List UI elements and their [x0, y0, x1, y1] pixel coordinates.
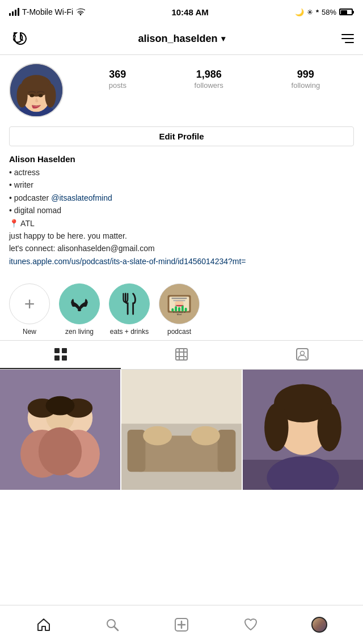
photo-cell-2[interactable] — [121, 370, 242, 490]
svg-text:Mind: Mind — [177, 313, 182, 316]
nav-search[interactable] — [100, 612, 125, 637]
highlight-new-circle: + — [9, 283, 50, 324]
svg-point-55 — [317, 403, 341, 451]
highlight-podcast-label: podcast — [167, 328, 191, 336]
bluetooth-icon: * — [316, 8, 319, 16]
highlight-new-label: New — [23, 328, 36, 336]
tab-bar — [0, 341, 363, 370]
posts-count: 369 — [109, 69, 126, 81]
stats-container: 369 posts 1,986 followers 999 following — [75, 63, 354, 90]
profile-avatar-nav — [311, 617, 327, 633]
nav-activity[interactable] — [238, 612, 263, 637]
heart-icon — [243, 617, 258, 632]
profile-header: 369 posts 1,986 followers 999 following — [9, 63, 354, 117]
username-button[interactable]: alison_haselden ▾ — [138, 33, 225, 45]
bottom-nav — [0, 605, 363, 644]
plus-square-icon — [174, 617, 189, 632]
highlight-eats-label: eats + drinks — [110, 328, 149, 336]
svg-line-59 — [114, 626, 118, 630]
following-stat[interactable]: 999 following — [292, 69, 320, 90]
svg-rect-20 — [173, 300, 185, 301]
grid-icon — [54, 348, 67, 361]
svg-point-43 — [46, 396, 75, 416]
bio-line-2: • writer — [9, 179, 354, 191]
following-label: following — [292, 81, 320, 90]
svg-point-33 — [301, 351, 305, 355]
highlight-zen[interactable]: zen living — [59, 283, 100, 336]
nav-home[interactable] — [31, 612, 56, 637]
history-button[interactable] — [9, 27, 32, 50]
svg-rect-47 — [218, 430, 236, 472]
svg-rect-30 — [179, 349, 180, 360]
bio-email: let's connect: alisonhaselden@gmail.com — [9, 242, 354, 255]
followers-count: 1,986 — [195, 69, 223, 81]
tagged-icon — [296, 348, 309, 361]
chevron-down-icon: ▾ — [221, 34, 225, 43]
highlights-section: + New zen living eat — [0, 277, 363, 341]
svg-rect-26 — [62, 355, 67, 361]
top-nav: alison_haselden ▾ — [0, 23, 363, 55]
bio-line-4: • digital nomad — [9, 204, 354, 217]
status-left: T-Mobile Wi-Fi — [9, 7, 85, 16]
podcast-url-link[interactable]: itunes.apple.com/us/podcast/its-a-slate-… — [9, 257, 246, 266]
followers-stat[interactable]: 1,986 followers — [195, 69, 223, 90]
bio-line-3: • podcaster @itsaslateofmind — [9, 192, 354, 204]
wifi-icon — [76, 9, 85, 15]
podcast-link[interactable]: @itsaslateofmind — [51, 193, 112, 202]
status-bar: T-Mobile Wi-Fi 10:48 AM 🌙 ✳︎ * 58% — [0, 0, 363, 23]
tab-tagged[interactable] — [242, 341, 363, 369]
menu-button[interactable] — [331, 27, 354, 50]
nav-profile[interactable] — [307, 612, 332, 637]
signal-bars — [9, 8, 19, 16]
svg-rect-31 — [183, 349, 184, 360]
bottom-spacer — [0, 490, 363, 535]
svg-rect-27 — [176, 349, 187, 360]
brightness-icon: ✳︎ — [307, 8, 313, 16]
edit-profile-button[interactable]: Edit Profile — [9, 126, 354, 146]
search-icon — [105, 617, 120, 632]
nav-add[interactable] — [169, 612, 194, 637]
photo-cell-3[interactable] — [243, 370, 363, 490]
history-icon — [13, 31, 28, 46]
battery-icon — [339, 9, 354, 15]
utensils-icon — [121, 293, 138, 315]
username-text: alison_haselden — [138, 33, 217, 45]
svg-rect-46 — [128, 430, 146, 472]
following-count: 999 — [292, 69, 320, 81]
followers-label: followers — [195, 81, 223, 90]
svg-point-40 — [39, 427, 82, 476]
posts-label: posts — [109, 81, 126, 90]
posts-stat[interactable]: 369 posts — [109, 69, 126, 90]
photo-cell-1[interactable] — [0, 370, 120, 490]
highlight-eats-circle — [109, 283, 150, 324]
photo-3 — [243, 370, 363, 490]
bio-name: Alison Haselden — [9, 154, 354, 164]
avatar-svg — [10, 64, 62, 116]
carrier-text: T-Mobile Wi-Fi — [22, 7, 73, 16]
svg-point-54 — [264, 403, 288, 451]
svg-point-6 — [45, 84, 56, 108]
photo-grid — [0, 370, 363, 490]
battery-percent: 58% — [322, 8, 336, 16]
highlight-new[interactable]: + New — [9, 283, 50, 336]
tab-reels[interactable] — [121, 341, 242, 369]
bio-line-1: • actress — [9, 166, 354, 179]
tab-grid[interactable] — [0, 341, 121, 369]
avatar-image — [10, 64, 62, 116]
svg-rect-50 — [121, 370, 242, 423]
bio-section: Alison Haselden • actress • writer • pod… — [9, 154, 354, 268]
reels-icon — [175, 348, 188, 361]
hamburger-icon — [341, 34, 354, 35]
svg-rect-24 — [62, 348, 67, 353]
svg-point-8 — [39, 94, 43, 98]
svg-rect-28 — [176, 351, 187, 353]
highlight-zen-circle — [59, 283, 100, 324]
highlight-eats[interactable]: eats + drinks — [109, 283, 150, 336]
svg-rect-29 — [176, 356, 187, 357]
highlight-podcast[interactable]: It's a Slate of Mind podcast — [159, 283, 200, 336]
svg-rect-25 — [54, 355, 60, 361]
status-time: 10:48 AM — [171, 7, 208, 17]
svg-point-48 — [143, 426, 172, 446]
photo-1 — [0, 370, 120, 490]
lotus-icon — [68, 295, 91, 312]
